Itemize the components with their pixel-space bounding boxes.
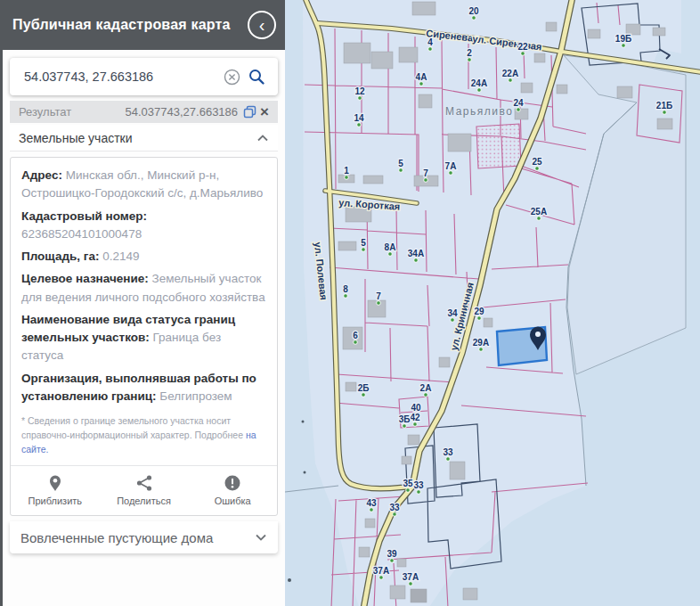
close-result-button[interactable]: × — [258, 103, 271, 121]
app-title: Публичная кадастровая карта — [12, 17, 248, 33]
action-label: Ошибка — [215, 495, 251, 506]
house-dot — [468, 58, 472, 62]
section-land-parcels[interactable]: Земельные участки — [10, 125, 278, 152]
copy-coordinates-button[interactable] — [241, 103, 258, 120]
zoom-to-button[interactable]: Приблизить — [11, 474, 100, 506]
section-title: Земельные участки — [19, 131, 256, 145]
field-label: Адрес: — [21, 168, 62, 182]
sidebar: Публичная кадастровая карта ‹ Результат … — [0, 0, 285, 606]
section-title: Вовлеченные пустующие дома — [20, 530, 255, 545]
house-dot — [403, 424, 407, 429]
search-icon — [248, 68, 265, 86]
house-dot — [479, 348, 484, 352]
field-value: 0.2149 — [102, 250, 139, 263]
house-number-label: 22 — [517, 42, 528, 52]
house-number-label: 25 — [532, 157, 542, 167]
result-bar: Результат 54.037743,27.663186 × — [10, 101, 278, 123]
house-dot — [424, 178, 428, 183]
search-input[interactable] — [13, 70, 220, 84]
house-dot — [362, 393, 366, 397]
house-number-label: 35 — [403, 479, 413, 488]
collapse-panel-button[interactable]: ‹ — [248, 11, 276, 39]
copy-icon — [243, 105, 256, 119]
field-label: Кадастровый номер: — [21, 209, 147, 223]
house-dot — [393, 512, 397, 517]
house-dot — [358, 96, 362, 101]
place-name-label: Марьяливо — [445, 105, 513, 118]
house-dot — [451, 318, 455, 323]
house-dot — [517, 108, 521, 112]
sidebar-header: Публичная кадастровая карта ‹ — [0, 0, 285, 50]
field-address: Адрес: Минская обл., Минский р-н, Острош… — [21, 167, 266, 203]
share-icon — [135, 474, 153, 492]
house-number-label: 21Б — [656, 101, 672, 111]
house-number-label: 7 — [423, 168, 428, 178]
field-label: Площадь, га: — [21, 250, 99, 263]
house-dot — [428, 47, 433, 52]
share-button[interactable]: Поделиться — [100, 474, 189, 506]
report-error-button[interactable]: Ошибка — [188, 474, 277, 506]
house-dot — [354, 340, 358, 345]
house-dot — [419, 82, 424, 86]
house-number-label: 8 — [343, 284, 348, 294]
house-dot — [344, 294, 348, 299]
house-number-label: 20 — [468, 6, 479, 16]
house-dot — [362, 248, 366, 252]
house-dot — [446, 457, 451, 462]
parcel-details-card: Адрес: Минская обл., Минский р-н, Острош… — [10, 157, 278, 516]
house-dot — [449, 171, 453, 176]
house-number-label: 34A — [408, 249, 424, 258]
house-number-label: 14 — [354, 113, 364, 123]
house-dot — [379, 576, 384, 580]
house-number-label: 40 — [411, 403, 421, 413]
house-number-label: 33 — [413, 480, 424, 490]
house-number-label: 7A — [445, 161, 457, 171]
field-value: Белгипрозем — [159, 389, 232, 403]
cadastral-map[interactable]: Сиреневаяул. Сиреневаяул. Короткаяул. По… — [285, 0, 700, 606]
house-number-label: 25A — [531, 207, 547, 217]
clear-search-button[interactable] — [220, 65, 244, 89]
house-number-label: 29A — [473, 338, 489, 348]
field-cadastral-number: Кадастровый номер: 623685204101000478 — [21, 208, 266, 244]
house-number-label: 4 — [427, 37, 433, 47]
house-number-label: 22A — [502, 69, 518, 78]
house-number-label: 3Б — [399, 414, 411, 424]
house-number-label: 6 — [353, 331, 358, 340]
house-dot — [406, 488, 411, 493]
action-label: Поделиться — [117, 495, 171, 506]
section-vacant-houses[interactable]: Вовлеченные пустующие дома — [10, 521, 278, 553]
result-label: Результат — [19, 105, 126, 119]
chevron-up-icon — [256, 134, 269, 142]
house-number-label: 43 — [366, 498, 377, 508]
watermark-letter: B — [23, 595, 63, 606]
house-number-label: 29 — [474, 307, 484, 316]
search-button[interactable] — [244, 64, 269, 89]
house-dot — [414, 258, 419, 263]
field-value: 623685204101000478 — [21, 227, 142, 241]
pin-icon — [47, 474, 63, 492]
house-dot — [535, 167, 540, 171]
house-number-label: 24A — [471, 78, 487, 88]
footnote: * Сведения о границе земельного участка … — [21, 414, 266, 456]
field-purpose: Целевое назначение: Земельный участок дл… — [21, 270, 266, 307]
house-dot — [537, 217, 541, 221]
action-label: Приблизить — [28, 495, 83, 506]
hatched-parcel — [476, 124, 521, 168]
house-dot — [409, 582, 413, 586]
house-number-label: 5 — [398, 159, 403, 168]
house-number-label: 2 — [467, 48, 472, 58]
field-border-status: Наименование вида статуса границ земельн… — [21, 311, 266, 365]
house-dot — [424, 393, 428, 397]
beruki-watermark: BERUKI — [23, 594, 285, 606]
house-number-label: 19Б — [615, 34, 631, 44]
house-dot — [622, 44, 626, 48]
chevron-down-icon — [255, 534, 267, 542]
house-number-label: 4A — [416, 72, 427, 82]
house-number-label: 2A — [420, 383, 432, 393]
cadastral-map-app: Публичная кадастровая карта ‹ Результат … — [0, 0, 700, 606]
map-container: Сиреневаяул. Сиреневаяул. Короткаяул. По… — [285, 0, 700, 606]
house-number-label: 34 — [447, 308, 458, 318]
house-dot — [390, 559, 395, 563]
house-dot — [345, 176, 349, 180]
search-bar — [10, 58, 278, 95]
